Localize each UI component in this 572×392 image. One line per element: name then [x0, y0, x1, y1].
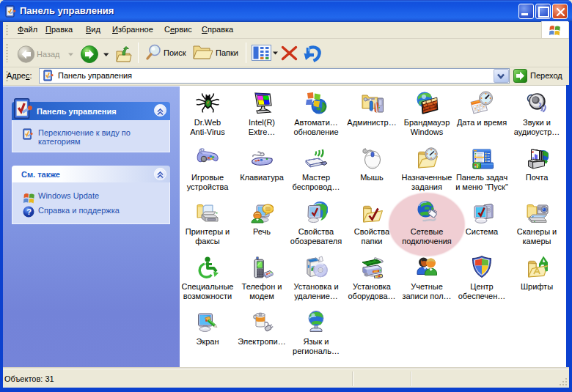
svg-text:?: ?	[26, 207, 32, 216]
svg-text:Назад: Назад	[37, 50, 60, 59]
